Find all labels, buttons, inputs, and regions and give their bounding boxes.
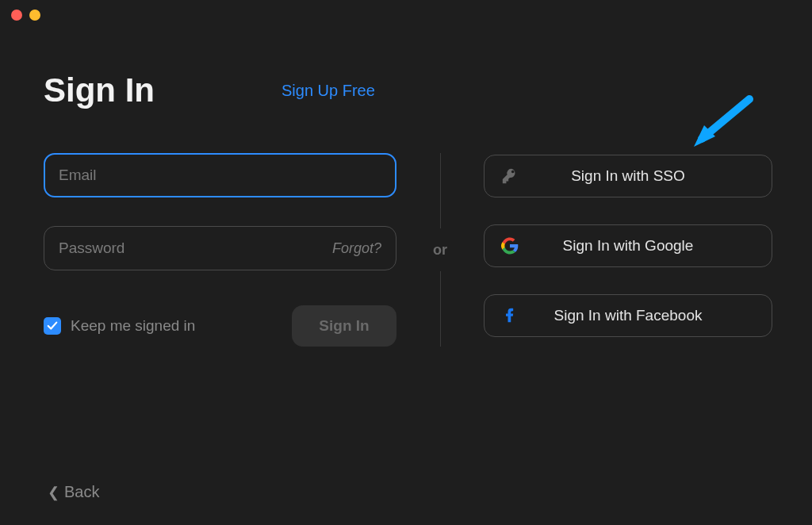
google-icon <box>500 236 519 255</box>
email-field[interactable] <box>59 167 381 184</box>
keep-signed-in-checkbox[interactable]: Keep me signed in <box>44 317 195 335</box>
checkbox-checked-icon <box>44 317 61 335</box>
back-label: Back <box>64 483 99 501</box>
window-minimize-dot[interactable] <box>29 10 40 21</box>
facebook-icon <box>500 306 519 325</box>
divider: or <box>396 153 484 347</box>
forgot-password-link[interactable]: Forgot? <box>332 240 381 257</box>
sign-in-facebook-button[interactable]: Sign In with Facebook <box>484 294 772 337</box>
sign-in-google-button[interactable]: Sign In with Google <box>484 224 772 267</box>
key-icon <box>500 167 519 186</box>
window-close-dot[interactable] <box>11 10 22 21</box>
sign-in-sso-button[interactable]: Sign In with SSO <box>484 155 772 197</box>
divider-or-label: or <box>433 242 447 259</box>
password-field-wrap[interactable]: Forgot? <box>44 226 396 270</box>
sign-in-facebook-label: Sign In with Facebook <box>554 307 703 324</box>
page-title: Sign In <box>44 71 155 109</box>
sign-up-free-link[interactable]: Sign Up Free <box>282 82 375 100</box>
chevron-left-icon: ❮ <box>48 484 59 501</box>
sign-in-sso-label: Sign In with SSO <box>571 167 685 185</box>
window-traffic-lights <box>11 10 59 21</box>
password-field[interactable] <box>59 240 332 257</box>
back-link[interactable]: ❮ Back <box>48 483 99 501</box>
keep-signed-in-label: Keep me signed in <box>71 317 195 335</box>
sign-in-button[interactable]: Sign In <box>292 305 396 347</box>
email-field-wrap[interactable] <box>44 153 396 197</box>
sign-in-google-label: Sign In with Google <box>563 237 694 255</box>
